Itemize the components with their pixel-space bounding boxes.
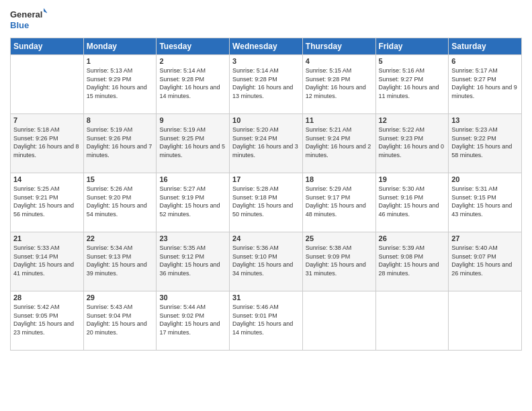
day-number: 14 (13, 175, 81, 183)
logo: General Blue (10, 7, 47, 34)
day-info: Sunrise: 5:18 AMSunset: 9:26 PMDaylight:… (13, 126, 81, 159)
calendar-cell: 8Sunrise: 5:19 AMSunset: 9:26 PMDaylight… (83, 114, 157, 173)
day-number: 22 (87, 234, 154, 242)
day-number: 23 (159, 234, 226, 242)
calendar-cell: 18Sunrise: 5:29 AMSunset: 9:17 PMDayligh… (302, 173, 375, 232)
calendar-cell (11, 55, 84, 114)
calendar-cell: 20Sunrise: 5:31 AMSunset: 9:15 PMDayligh… (449, 173, 522, 232)
calendar-week-row: 28Sunrise: 5:42 AMSunset: 9:05 PMDayligh… (11, 291, 522, 351)
calendar-cell: 6Sunrise: 5:17 AMSunset: 9:27 PMDaylight… (449, 55, 522, 114)
day-of-week-header: Sunday (11, 38, 84, 55)
day-number: 9 (159, 116, 226, 124)
day-number: 15 (87, 175, 154, 183)
day-info: Sunrise: 5:19 AMSunset: 9:25 PMDaylight:… (159, 126, 226, 159)
day-info: Sunrise: 5:21 AMSunset: 9:24 PMDaylight:… (306, 126, 373, 159)
day-number: 8 (87, 116, 154, 124)
day-of-week-header: Monday (83, 38, 157, 55)
day-number: 2 (159, 57, 226, 65)
day-of-week-header: Friday (375, 38, 449, 55)
calendar-cell: 21Sunrise: 5:33 AMSunset: 9:14 PMDayligh… (11, 232, 84, 291)
svg-text:Blue: Blue (10, 20, 29, 30)
day-info: Sunrise: 5:14 AMSunset: 9:28 PMDaylight:… (232, 66, 300, 100)
day-number: 30 (159, 293, 226, 302)
calendar-cell (449, 291, 522, 351)
day-info: Sunrise: 5:46 AMSunset: 9:01 PMDaylight:… (232, 303, 300, 336)
day-info: Sunrise: 5:23 AMSunset: 9:22 PMDaylight:… (451, 126, 519, 159)
day-info: Sunrise: 5:16 AMSunset: 9:27 PMDaylight:… (379, 66, 446, 100)
day-of-week-header: Saturday (449, 38, 522, 55)
calendar-cell: 9Sunrise: 5:19 AMSunset: 9:25 PMDaylight… (157, 114, 230, 173)
header: General Blue (10, 7, 522, 34)
day-info: Sunrise: 5:35 AMSunset: 9:12 PMDaylight:… (159, 244, 226, 277)
calendar-cell (302, 291, 375, 351)
day-info: Sunrise: 5:17 AMSunset: 9:27 PMDaylight:… (451, 66, 519, 100)
calendar-cell: 15Sunrise: 5:26 AMSunset: 9:20 PMDayligh… (83, 173, 157, 232)
day-info: Sunrise: 5:30 AMSunset: 9:16 PMDaylight:… (379, 185, 446, 218)
calendar-cell: 30Sunrise: 5:44 AMSunset: 9:02 PMDayligh… (157, 291, 230, 351)
day-info: Sunrise: 5:27 AMSunset: 9:19 PMDaylight:… (159, 185, 226, 218)
day-number: 5 (379, 57, 446, 65)
day-number: 4 (306, 57, 373, 65)
day-number: 25 (306, 234, 373, 242)
day-number: 18 (306, 175, 373, 183)
day-info: Sunrise: 5:20 AMSunset: 9:24 PMDaylight:… (232, 126, 300, 159)
day-number: 17 (232, 175, 300, 183)
day-info: Sunrise: 5:34 AMSunset: 9:13 PMDaylight:… (87, 244, 154, 277)
day-number: 3 (232, 57, 300, 65)
day-info: Sunrise: 5:33 AMSunset: 9:14 PMDaylight:… (13, 244, 81, 277)
day-info: Sunrise: 5:36 AMSunset: 9:10 PMDaylight:… (232, 244, 300, 277)
calendar-table: SundayMondayTuesdayWednesdayThursdayFrid… (10, 38, 522, 351)
day-info: Sunrise: 5:40 AMSunset: 9:07 PMDaylight:… (451, 244, 519, 277)
day-number: 13 (451, 116, 519, 124)
day-info: Sunrise: 5:22 AMSunset: 9:23 PMDaylight:… (379, 126, 446, 159)
logo-svg: General Blue (10, 7, 47, 34)
calendar-cell: 23Sunrise: 5:35 AMSunset: 9:12 PMDayligh… (157, 232, 230, 291)
calendar-cell: 10Sunrise: 5:20 AMSunset: 9:24 PMDayligh… (230, 114, 303, 173)
calendar-cell: 1Sunrise: 5:13 AMSunset: 9:29 PMDaylight… (83, 55, 157, 114)
day-info: Sunrise: 5:42 AMSunset: 9:05 PMDaylight:… (13, 303, 81, 336)
day-number: 12 (379, 116, 446, 124)
calendar-cell: 31Sunrise: 5:46 AMSunset: 9:01 PMDayligh… (230, 291, 303, 351)
calendar-cell: 11Sunrise: 5:21 AMSunset: 9:24 PMDayligh… (302, 114, 375, 173)
calendar-cell: 22Sunrise: 5:34 AMSunset: 9:13 PMDayligh… (83, 232, 157, 291)
day-info: Sunrise: 5:39 AMSunset: 9:08 PMDaylight:… (379, 244, 446, 277)
calendar-cell: 19Sunrise: 5:30 AMSunset: 9:16 PMDayligh… (375, 173, 449, 232)
day-of-week-header: Wednesday (230, 38, 303, 55)
calendar-cell: 13Sunrise: 5:23 AMSunset: 9:22 PMDayligh… (449, 114, 522, 173)
calendar-cell: 28Sunrise: 5:42 AMSunset: 9:05 PMDayligh… (11, 291, 84, 351)
day-of-week-header: Tuesday (157, 38, 230, 55)
day-number: 24 (232, 234, 300, 242)
calendar-week-row: 21Sunrise: 5:33 AMSunset: 9:14 PMDayligh… (11, 232, 522, 291)
day-number: 11 (306, 116, 373, 124)
day-info: Sunrise: 5:38 AMSunset: 9:09 PMDaylight:… (306, 244, 373, 277)
day-info: Sunrise: 5:28 AMSunset: 9:18 PMDaylight:… (232, 185, 300, 218)
calendar-cell: 27Sunrise: 5:40 AMSunset: 9:07 PMDayligh… (449, 232, 522, 291)
calendar-cell: 2Sunrise: 5:14 AMSunset: 9:28 PMDaylight… (157, 55, 230, 114)
day-info: Sunrise: 5:43 AMSunset: 9:04 PMDaylight:… (87, 303, 154, 336)
day-number: 6 (451, 57, 519, 65)
day-number: 28 (13, 293, 81, 302)
calendar-cell (375, 291, 449, 351)
calendar-cell: 24Sunrise: 5:36 AMSunset: 9:10 PMDayligh… (230, 232, 303, 291)
main-container: General Blue SundayMondayTuesdayWednesda… (0, 0, 532, 411)
calendar-cell: 16Sunrise: 5:27 AMSunset: 9:19 PMDayligh… (157, 173, 230, 232)
calendar-cell: 26Sunrise: 5:39 AMSunset: 9:08 PMDayligh… (375, 232, 449, 291)
calendar-week-row: 7Sunrise: 5:18 AMSunset: 9:26 PMDaylight… (11, 114, 522, 173)
day-number: 26 (379, 234, 446, 242)
calendar-cell: 17Sunrise: 5:28 AMSunset: 9:18 PMDayligh… (230, 173, 303, 232)
day-number: 19 (379, 175, 446, 183)
calendar-cell: 3Sunrise: 5:14 AMSunset: 9:28 PMDaylight… (230, 55, 303, 114)
calendar-header-row: SundayMondayTuesdayWednesdayThursdayFrid… (11, 38, 522, 55)
day-info: Sunrise: 5:29 AMSunset: 9:17 PMDaylight:… (306, 185, 373, 218)
calendar-week-row: 14Sunrise: 5:25 AMSunset: 9:21 PMDayligh… (11, 173, 522, 232)
day-number: 10 (232, 116, 300, 124)
day-info: Sunrise: 5:25 AMSunset: 9:21 PMDaylight:… (13, 185, 81, 218)
calendar-cell: 14Sunrise: 5:25 AMSunset: 9:21 PMDayligh… (11, 173, 84, 232)
day-number: 29 (87, 293, 154, 302)
day-info: Sunrise: 5:31 AMSunset: 9:15 PMDaylight:… (451, 185, 519, 218)
day-info: Sunrise: 5:14 AMSunset: 9:28 PMDaylight:… (159, 66, 226, 100)
day-info: Sunrise: 5:19 AMSunset: 9:26 PMDaylight:… (87, 126, 154, 159)
day-number: 27 (451, 234, 519, 242)
calendar-cell: 4Sunrise: 5:15 AMSunset: 9:28 PMDaylight… (302, 55, 375, 114)
day-number: 21 (13, 234, 81, 242)
